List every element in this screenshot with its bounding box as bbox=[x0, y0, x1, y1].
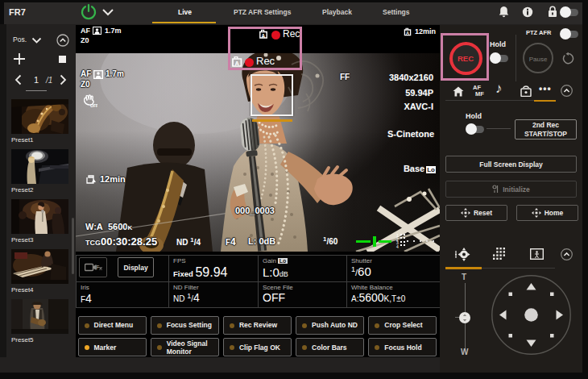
svg-text:A: A bbox=[406, 31, 409, 35]
svg-text:OFF: OFF bbox=[90, 103, 97, 108]
